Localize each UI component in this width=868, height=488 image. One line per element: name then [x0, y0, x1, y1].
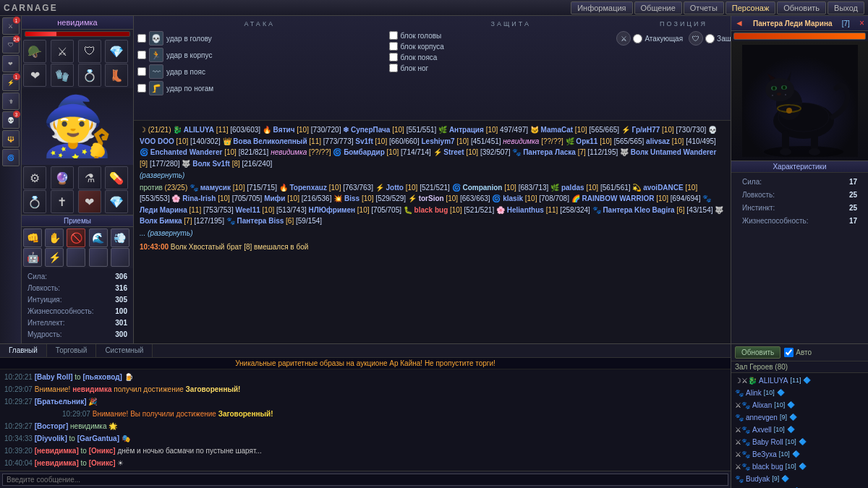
auto-checkbox: Авто — [784, 348, 812, 357]
skill-wave[interactable]: 🌊 — [89, 228, 108, 247]
defense-head-checkbox[interactable] — [389, 31, 398, 40]
equip-slot-shield[interactable]: 🛡 — [78, 40, 101, 63]
list-item: ⚔🐾 ВеЗуха [10] 🔷 — [733, 448, 867, 461]
equip-slot-gloves[interactable]: 🧤 — [51, 64, 74, 87]
enemy-stat-vitality: Жизнеспособность: 17 — [742, 215, 857, 228]
skill-wind[interactable]: 💨 — [111, 228, 129, 247]
battle-log[interactable]: ☽ (21/21) 🐉 ALILUYA [11] [603/603] 🔥 Вят… — [134, 121, 731, 343]
position-attack-radio[interactable] — [633, 34, 642, 43]
position-attack-icon: ⚔ — [616, 31, 631, 46]
skills-grid: 👊 ✋ 🚫 🌊 💨 🤖 ⚡ — [22, 227, 133, 268]
skill-blank1[interactable] — [67, 248, 85, 267]
equip-slot-weapon[interactable]: ⚔ — [51, 40, 74, 63]
players-panel: Обновить Авто Зал Героев (80) ☽⚔🐉 ALILUY… — [731, 344, 868, 488]
item-slot-red[interactable]: ❤ — [78, 190, 101, 213]
svg-point-10 — [773, 87, 775, 90]
item-slot-4[interactable]: 💊 — [105, 166, 128, 189]
players-hall-label: Зал Героев (80) — [731, 361, 868, 373]
equip-slot-boots[interactable]: 👢 — [105, 64, 128, 87]
item-slot-gem[interactable]: 💎 — [105, 190, 128, 213]
attack-legs-checkbox[interactable] — [137, 84, 146, 93]
skill-hand[interactable]: ✋ — [45, 228, 64, 247]
list-item: ⚔🐾 Axvell [10] 🔷 — [733, 424, 867, 436]
skill-icon-spear[interactable]: 🔱 — [2, 130, 20, 147]
stat-strength: Сила: 306 — [27, 271, 127, 283]
players-list: ☽⚔🐉 ALILUYA [11] 🔷 🐾 Alink [10] 🔷 ⚔🐾 Ali… — [731, 373, 868, 488]
skill-icon-4[interactable]: ⚡ 1 — [2, 74, 20, 91]
chat-tab-trade[interactable]: Торговый — [47, 344, 97, 357]
list-item: 🐾 Budyak [9] 🔷 — [733, 473, 867, 485]
item-slot-ring1[interactable]: 💍 — [23, 190, 46, 213]
chat-msg-6: 10:34:33 [Diyvolik] to [GarGantua] 🎭 — [4, 433, 726, 445]
svg-point-12 — [777, 93, 781, 95]
top-bar: CARNAGE Информация Общение Отчеты Персон… — [0, 0, 868, 16]
enemy-close-button[interactable]: × — [859, 18, 864, 28]
item-slot-3[interactable]: ⚗ — [78, 166, 101, 189]
players-refresh-button[interactable]: Обновить — [735, 346, 780, 359]
defense-legs-checkbox[interactable] — [389, 64, 398, 72]
item-slot-1[interactable]: ⚙ — [23, 166, 46, 189]
equipment-area: 🪖 ⚔ 🛡 💎 ❤ 🧤 💍 👢 — [22, 38, 133, 88]
attack-head-checkbox[interactable] — [137, 34, 146, 43]
bottom-area: Главный Торговый Системный Уникальные ра… — [0, 343, 868, 488]
defense-belt-checkbox[interactable] — [389, 53, 398, 61]
position-defense-radio[interactable] — [705, 34, 715, 43]
skill-attack-icon[interactable]: ⚔ 1 — [2, 17, 20, 35]
chat-messages[interactable]: 10:20:21 [Baby Roll] to [пьяховод] 🍺 10:… — [0, 369, 731, 471]
attack-body-checkbox[interactable] — [137, 51, 146, 59]
equip-slot-heart[interactable]: ❤ — [23, 64, 46, 87]
skill-icon-6[interactable]: 💀 3 — [2, 111, 20, 129]
nav-chat[interactable]: Общение — [634, 1, 682, 14]
skill-icon-2[interactable]: 🛡 24 — [2, 36, 20, 53]
nav-refresh[interactable]: Обновить — [777, 1, 826, 14]
item-slot-2[interactable]: 🔮 — [51, 166, 74, 189]
skill-icon-7[interactable]: 🌀 — [2, 149, 20, 166]
svg-point-11 — [783, 86, 786, 90]
item-slot-cross[interactable]: ✝ — [51, 190, 74, 213]
chat-tab-main[interactable]: Главный — [0, 344, 47, 357]
equip-slot-amulet[interactable]: 💎 — [105, 40, 128, 63]
stat-wisdom: Мудрость: 300 — [27, 329, 127, 341]
defense-legs: блок ног — [389, 64, 634, 72]
attack-legs-icon: 🦵 — [149, 81, 163, 95]
attack-belt-checkbox[interactable] — [137, 67, 146, 76]
skills-section-label: Приемы — [22, 215, 133, 227]
attack-section: АТАКА 💀 удар в голову 🏃 удар в корпус 〰 … — [137, 20, 382, 116]
skill-blank2[interactable] — [89, 248, 108, 267]
svg-point-20 — [786, 108, 792, 114]
attack-belt-icon: 〰 — [149, 64, 163, 79]
list-item: ☽⚔🐉 ALILUYA [11] 🔷 — [733, 374, 867, 387]
position-section: ПОЗИЦИЯ ⚔ Атакующая 🛡 Защитная — [640, 20, 727, 116]
skill-badge: 1 — [13, 17, 20, 24]
svg-point-17 — [780, 148, 791, 155]
app-title-text: CARNAGE — [4, 3, 58, 13]
nav-reports[interactable]: Отчеты — [684, 1, 724, 14]
skill-block[interactable]: 🚫 — [67, 228, 85, 247]
chat-msg-7: 10:39:20 [невидимка] to [Оникс] днём и н… — [4, 445, 726, 457]
log-expand-2[interactable]: ... (развернуть) — [140, 228, 725, 239]
attack-body-icon: 🏃 — [149, 48, 163, 62]
equip-slot-ring[interactable]: 💍 — [78, 64, 101, 87]
auto-checkbox-input[interactable] — [784, 348, 793, 357]
app-logo: CARNAGE — [4, 3, 58, 13]
attack-head-icon: 💀 — [149, 31, 163, 46]
chat-input[interactable] — [2, 474, 728, 486]
skill-fist[interactable]: 👊 — [23, 228, 42, 247]
top-navigation: Информация Общение Отчеты Персонаж Обнов… — [571, 1, 864, 14]
svg-point-13 — [772, 95, 773, 96]
skill-robot[interactable]: 🤖 — [23, 248, 42, 267]
svg-point-18 — [809, 148, 820, 155]
chat-tab-system[interactable]: Системный — [96, 344, 153, 357]
nav-character[interactable]: Персонаж — [726, 1, 775, 14]
attack-title: АТАКА — [137, 20, 382, 28]
skill-lightning[interactable]: ⚡ — [45, 248, 64, 267]
defense-body-checkbox[interactable] — [389, 42, 398, 51]
attack-defense-panel: АТАКА 💀 удар в голову 🏃 удар в корпус 〰 … — [134, 16, 731, 121]
skill-blank3[interactable] — [111, 248, 129, 267]
nav-info[interactable]: Информация — [571, 1, 632, 14]
nav-exit[interactable]: Выход — [827, 1, 864, 14]
equip-slot-helmet[interactable]: 🪖 — [23, 40, 46, 63]
skill-icon-3[interactable]: ❤ — [2, 55, 20, 72]
skill-icon-5[interactable]: 🗡 — [2, 93, 20, 110]
log-expand-1[interactable]: (развернуть) — [140, 170, 725, 181]
